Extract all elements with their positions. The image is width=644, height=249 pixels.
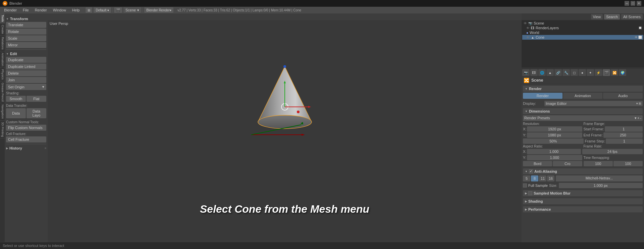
render-tab-audio[interactable]: Audio <box>603 93 643 99</box>
tree-item-renderlayers[interactable]: 👁 🎞 RenderLayers 🔲 <box>522 26 643 30</box>
tab-grease-pencil[interactable]: Grease Pencil <box>0 81 5 103</box>
icon-tab-world[interactable]: 🌐 <box>538 69 546 76</box>
aa-16-button[interactable]: 16 <box>547 175 554 181</box>
y-value[interactable]: 1080 px <box>527 132 582 138</box>
tree-item-world[interactable]: ● World <box>522 30 643 35</box>
tree-scene-label: Scene <box>534 21 544 25</box>
display-expand-icon[interactable]: ⊞ <box>639 102 641 105</box>
icon-tab-material[interactable]: ● <box>579 69 586 76</box>
aa-8-button[interactable]: 8 <box>531 175 538 181</box>
set-origin-button[interactable]: Set Origin ▾ <box>6 84 46 90</box>
aa-checkbox[interactable]: ✓ <box>529 169 533 173</box>
tab-search[interactable]: Search <box>604 14 620 19</box>
render-tab-render[interactable]: Render <box>523 93 562 99</box>
cone-select-icon[interactable]: ⬜ <box>638 36 642 39</box>
icon-tab-object[interactable]: ▲ <box>546 69 554 76</box>
aspect-x-value[interactable]: 1.000 <box>527 149 581 154</box>
minimize-button[interactable]: ─ <box>625 1 629 6</box>
tab-3d-printing[interactable]: 3D Printing <box>0 121 5 139</box>
join-button[interactable]: Join <box>6 77 46 83</box>
render-icon-btn[interactable]: 🎬 <box>114 7 122 13</box>
smb-checkbox[interactable] <box>528 191 532 195</box>
tab-all-scenes[interactable]: All Scenes <box>621 14 643 19</box>
tab-relations[interactable]: Relations <box>0 36 5 51</box>
cone-render-icon[interactable]: 👁 <box>635 36 638 39</box>
menu-help[interactable]: Help <box>69 7 83 13</box>
time-new-value[interactable]: 100 <box>613 161 643 166</box>
display-value[interactable]: Image Editor ▾ ⊞ <box>544 101 643 106</box>
rotate-button[interactable]: Rotate <box>6 29 46 35</box>
icon-tab-data[interactable]: ◻ <box>571 69 578 76</box>
smb-header[interactable]: ▶ Sampled Motion Blur <box>523 190 643 196</box>
duplicate-button[interactable]: Duplicate <box>6 57 46 63</box>
bord-value[interactable]: Bord <box>523 161 552 166</box>
translate-button[interactable]: Translate <box>6 22 46 28</box>
smooth-button[interactable]: Smooth <box>6 96 26 102</box>
tab-physics[interactable]: Physics <box>0 68 5 81</box>
flip-custom-normals-button[interactable]: Flip Custom Normals <box>6 125 46 131</box>
tab-navigation[interactable]: Navigation <box>0 103 5 121</box>
render-section-header[interactable]: ▼ Render <box>523 86 643 92</box>
data-button[interactable]: Data <box>6 108 26 118</box>
icon-tab-constraints[interactable]: 🔗 <box>554 69 562 76</box>
viewport[interactable]: User Persp <box>48 20 522 249</box>
mode-dropdown[interactable]: Default ▾ <box>94 7 111 13</box>
render-tab-animation[interactable]: Animation <box>563 93 603 99</box>
icon-tab-physics[interactable]: ⚡ <box>595 69 602 76</box>
start-frame-value[interactable]: 1 <box>605 126 643 132</box>
percent-value[interactable]: 50% <box>523 138 584 144</box>
x-value[interactable]: 1920 px <box>527 126 582 132</box>
performance-arrow-icon: ▶ <box>525 208 527 211</box>
performance-header[interactable]: ▶ Performance <box>523 206 643 212</box>
menu-file[interactable]: File <box>20 7 32 13</box>
tab-view[interactable]: View <box>591 14 603 19</box>
shading-prop-header[interactable]: ▶ Shading <box>523 198 643 204</box>
full-sample-checkbox[interactable] <box>523 183 527 188</box>
menu-render[interactable]: Render <box>32 7 50 13</box>
scene-dropdown[interactable]: Scene ▾ <box>123 7 141 13</box>
end-frame-value[interactable]: 250 <box>603 132 643 138</box>
frame-step-value[interactable]: 1 <box>606 138 643 144</box>
menu-window[interactable]: Window <box>50 7 69 13</box>
scale-button[interactable]: Scale <box>6 35 46 41</box>
aa-11-button[interactable]: 11 <box>539 175 546 181</box>
aspect-y-value[interactable]: 1.000 <box>527 155 582 160</box>
icon-tab-layers[interactable]: 🎞 <box>530 69 538 76</box>
transform-section-header[interactable]: ▼ Transform <box>6 17 46 21</box>
render-presets-btn[interactable]: Render Presets ▾ + - <box>523 115 643 121</box>
aa-filter-value[interactable]: Mitchell-Netrav... <box>556 175 643 181</box>
delete-button[interactable]: Delete <box>6 70 46 76</box>
close-button[interactable]: ✕ <box>637 1 641 6</box>
time-old-value[interactable]: 100 <box>584 161 613 166</box>
frame-rate-value[interactable]: 24 fps <box>582 149 643 154</box>
mirror-button[interactable]: Mirror <box>6 42 46 48</box>
tab-create[interactable]: Create <box>0 24 5 36</box>
flat-button[interactable]: Flat <box>26 96 46 102</box>
data-layers-button[interactable]: Data Layo <box>26 108 46 118</box>
history-section[interactable]: ▶ History ≡ <box>6 146 46 150</box>
tab-animation[interactable]: Animation <box>0 51 5 68</box>
cell-fracture-button[interactable]: Cell Fracture <box>6 136 46 142</box>
tree-item-cone[interactable]: 👁 ▲ Cone 👁 ⬜ <box>522 35 643 40</box>
tree-item-scene[interactable]: 👁 📷 Scene <box>522 21 643 26</box>
crop-value[interactable]: Cro <box>553 161 582 166</box>
size-value[interactable]: 1.000 px <box>559 183 643 188</box>
edit-section-header[interactable]: ▼ Edit <box>6 52 46 56</box>
icon-tab-camera[interactable]: 📷 <box>522 69 530 76</box>
engine-dropdown[interactable]: Blender Render ▾ <box>144 7 173 13</box>
icon-tab-scene[interactable]: 🔀 <box>611 69 618 76</box>
duplicate-linked-button[interactable]: Duplicate Linked <box>6 64 46 70</box>
tab-tools[interactable]: Tools <box>0 13 5 24</box>
aa-5-button[interactable]: 5 <box>523 175 530 181</box>
anti-aliasing-header[interactable]: ▼ ✓ Anti-Aliasing <box>523 168 643 174</box>
menu-blender[interactable]: Blender <box>1 7 19 13</box>
layout-btn[interactable]: ⊞ <box>86 7 92 13</box>
icon-tab-particles[interactable]: ✦ <box>587 69 594 76</box>
icon-tab-render[interactable]: 🎬 <box>603 69 610 76</box>
icon-tab-world2[interactable]: 🌍 <box>619 69 626 76</box>
history-arrow-icon: ▶ <box>6 147 8 150</box>
display-arrow-icon[interactable]: ▾ <box>636 102 638 105</box>
maximize-button[interactable]: □ <box>631 1 635 6</box>
icon-tab-modifiers[interactable]: 🔧 <box>562 69 570 76</box>
dimensions-section-header[interactable]: ▼ Dimensions <box>523 108 643 114</box>
